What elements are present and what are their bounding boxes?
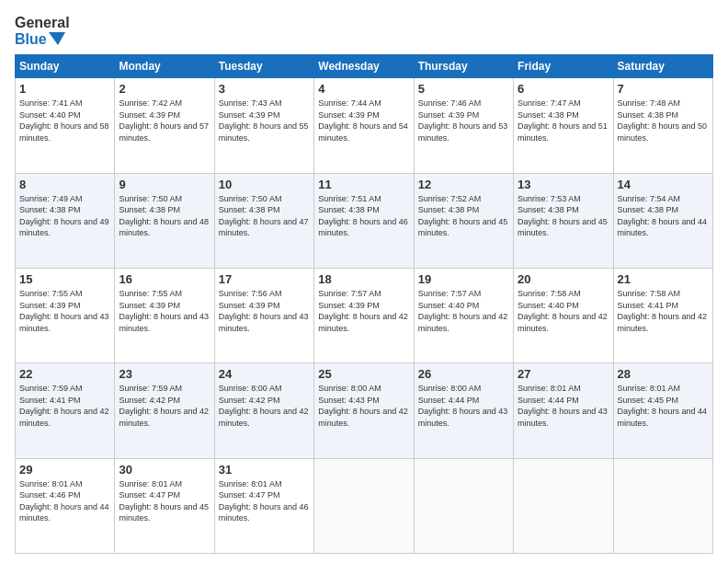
day-number: 21 [618, 272, 709, 286]
calendar-cell: 20Sunrise: 7:58 AMSunset: 4:40 PMDayligh… [514, 268, 613, 362]
day-info: Sunrise: 7:57 AMSunset: 4:39 PMDaylight:… [318, 288, 409, 334]
weekday-header-thursday: Thursday [414, 55, 513, 78]
day-info: Sunrise: 7:42 AMSunset: 4:39 PMDaylight:… [119, 98, 210, 144]
calendar-cell: 2Sunrise: 7:42 AMSunset: 4:39 PMDaylight… [115, 78, 214, 173]
day-number: 24 [219, 367, 310, 381]
calendar-cell [314, 458, 414, 553]
weekday-header-saturday: Saturday [613, 55, 712, 78]
day-number: 17 [219, 272, 310, 286]
calendar-cell: 27Sunrise: 8:01 AMSunset: 4:44 PMDayligh… [514, 363, 613, 458]
day-number: 11 [318, 178, 409, 191]
logo: General Blue [15, 15, 70, 47]
day-info: Sunrise: 7:41 AMSunset: 4:40 PMDaylight:… [19, 98, 110, 144]
day-number: 10 [219, 178, 310, 191]
calendar-cell: 15Sunrise: 7:55 AMSunset: 4:39 PMDayligh… [16, 268, 115, 362]
calendar-cell: 6Sunrise: 7:47 AMSunset: 4:38 PMDaylight… [514, 78, 613, 173]
calendar-week-row: 8Sunrise: 7:49 AMSunset: 4:38 PMDaylight… [16, 173, 713, 268]
day-number: 30 [119, 463, 210, 477]
day-number: 25 [318, 367, 409, 381]
day-number: 1 [19, 82, 110, 96]
calendar-cell: 16Sunrise: 7:55 AMSunset: 4:39 PMDayligh… [115, 268, 214, 362]
weekday-header-row: SundayMondayTuesdayWednesdayThursdayFrid… [16, 55, 713, 78]
calendar-cell: 10Sunrise: 7:50 AMSunset: 4:38 PMDayligh… [214, 173, 313, 268]
calendar-cell: 31Sunrise: 8:01 AMSunset: 4:47 PMDayligh… [214, 458, 313, 553]
calendar-cell [613, 458, 712, 553]
day-info: Sunrise: 7:59 AMSunset: 4:42 PMDaylight:… [119, 383, 210, 429]
day-number: 5 [418, 82, 509, 96]
calendar-cell: 8Sunrise: 7:49 AMSunset: 4:38 PMDaylight… [16, 173, 115, 268]
day-info: Sunrise: 8:00 AMSunset: 4:43 PMDaylight:… [318, 383, 409, 429]
calendar-cell: 3Sunrise: 7:43 AMSunset: 4:39 PMDaylight… [214, 78, 313, 173]
day-number: 28 [618, 367, 709, 381]
logo-text-general: General [15, 15, 70, 31]
day-info: Sunrise: 7:47 AMSunset: 4:38 PMDaylight:… [518, 98, 609, 144]
calendar-cell: 21Sunrise: 7:58 AMSunset: 4:41 PMDayligh… [613, 268, 712, 362]
day-info: Sunrise: 8:00 AMSunset: 4:42 PMDaylight:… [219, 383, 310, 429]
day-info: Sunrise: 7:43 AMSunset: 4:39 PMDaylight:… [219, 98, 310, 144]
calendar-cell [414, 458, 513, 553]
logo-container: General Blue [15, 15, 70, 47]
calendar-week-row: 29Sunrise: 8:01 AMSunset: 4:46 PMDayligh… [16, 458, 713, 553]
calendar-cell: 28Sunrise: 8:01 AMSunset: 4:45 PMDayligh… [613, 363, 712, 458]
day-number: 18 [318, 272, 409, 286]
day-info: Sunrise: 8:01 AMSunset: 4:47 PMDaylight:… [119, 478, 210, 524]
calendar-cell: 30Sunrise: 8:01 AMSunset: 4:47 PMDayligh… [115, 458, 214, 553]
day-number: 15 [19, 272, 110, 286]
day-number: 19 [418, 272, 509, 286]
day-info: Sunrise: 7:49 AMSunset: 4:38 PMDaylight:… [19, 193, 110, 239]
calendar-cell: 17Sunrise: 7:56 AMSunset: 4:39 PMDayligh… [214, 268, 313, 362]
calendar-cell: 26Sunrise: 8:00 AMSunset: 4:44 PMDayligh… [414, 363, 513, 458]
calendar-cell: 18Sunrise: 7:57 AMSunset: 4:39 PMDayligh… [314, 268, 414, 362]
day-info: Sunrise: 7:51 AMSunset: 4:38 PMDaylight:… [318, 193, 409, 239]
calendar-cell: 11Sunrise: 7:51 AMSunset: 4:38 PMDayligh… [314, 173, 414, 268]
svg-marker-0 [49, 32, 65, 45]
calendar-cell: 5Sunrise: 7:46 AMSunset: 4:39 PMDaylight… [414, 78, 513, 173]
calendar-cell: 19Sunrise: 7:57 AMSunset: 4:40 PMDayligh… [414, 268, 513, 362]
day-info: Sunrise: 8:01 AMSunset: 4:45 PMDaylight:… [618, 383, 709, 429]
day-info: Sunrise: 8:00 AMSunset: 4:44 PMDaylight:… [418, 383, 509, 429]
logo-text-blue: Blue [15, 31, 47, 48]
calendar-cell: 7Sunrise: 7:48 AMSunset: 4:38 PMDaylight… [613, 78, 712, 173]
calendar-cell: 22Sunrise: 7:59 AMSunset: 4:41 PMDayligh… [16, 363, 115, 458]
calendar-cell: 23Sunrise: 7:59 AMSunset: 4:42 PMDayligh… [115, 363, 214, 458]
day-number: 20 [518, 272, 609, 286]
day-info: Sunrise: 7:56 AMSunset: 4:39 PMDaylight:… [219, 288, 310, 334]
day-info: Sunrise: 7:58 AMSunset: 4:41 PMDaylight:… [618, 288, 709, 334]
calendar-week-row: 22Sunrise: 7:59 AMSunset: 4:41 PMDayligh… [16, 363, 713, 458]
day-number: 13 [518, 178, 609, 191]
day-info: Sunrise: 7:55 AMSunset: 4:39 PMDaylight:… [19, 288, 110, 334]
day-info: Sunrise: 7:58 AMSunset: 4:40 PMDaylight:… [518, 288, 609, 334]
calendar-cell: 1Sunrise: 7:41 AMSunset: 4:40 PMDaylight… [16, 78, 115, 173]
calendar-cell [514, 458, 613, 553]
day-info: Sunrise: 8:01 AMSunset: 4:46 PMDaylight:… [19, 478, 110, 524]
day-number: 3 [219, 82, 310, 96]
day-info: Sunrise: 7:46 AMSunset: 4:39 PMDaylight:… [418, 98, 509, 144]
weekday-header-monday: Monday [115, 55, 214, 78]
header: General Blue [15, 15, 713, 47]
calendar-cell: 12Sunrise: 7:52 AMSunset: 4:38 PMDayligh… [414, 173, 513, 268]
day-info: Sunrise: 8:01 AMSunset: 4:44 PMDaylight:… [518, 383, 609, 429]
calendar-cell: 13Sunrise: 7:53 AMSunset: 4:38 PMDayligh… [514, 173, 613, 268]
day-number: 8 [19, 178, 110, 191]
day-info: Sunrise: 8:01 AMSunset: 4:47 PMDaylight:… [219, 478, 310, 524]
day-info: Sunrise: 7:54 AMSunset: 4:38 PMDaylight:… [618, 193, 709, 239]
day-info: Sunrise: 7:53 AMSunset: 4:38 PMDaylight:… [518, 193, 609, 239]
calendar-week-row: 15Sunrise: 7:55 AMSunset: 4:39 PMDayligh… [16, 268, 713, 362]
day-info: Sunrise: 7:50 AMSunset: 4:38 PMDaylight:… [119, 193, 210, 239]
day-number: 27 [518, 367, 609, 381]
day-number: 29 [19, 463, 110, 477]
calendar-table: SundayMondayTuesdayWednesdayThursdayFrid… [15, 54, 713, 554]
day-number: 12 [418, 178, 509, 191]
day-info: Sunrise: 7:44 AMSunset: 4:39 PMDaylight:… [318, 98, 409, 144]
day-number: 6 [518, 82, 609, 96]
day-number: 4 [318, 82, 409, 96]
day-number: 22 [19, 367, 110, 381]
calendar-cell: 9Sunrise: 7:50 AMSunset: 4:38 PMDaylight… [115, 173, 214, 268]
weekday-header-wednesday: Wednesday [314, 55, 414, 78]
day-info: Sunrise: 7:52 AMSunset: 4:38 PMDaylight:… [418, 193, 509, 239]
day-number: 31 [219, 463, 310, 477]
day-number: 26 [418, 367, 509, 381]
day-info: Sunrise: 7:50 AMSunset: 4:38 PMDaylight:… [219, 193, 310, 239]
calendar-cell: 4Sunrise: 7:44 AMSunset: 4:39 PMDaylight… [314, 78, 414, 173]
calendar-cell: 29Sunrise: 8:01 AMSunset: 4:46 PMDayligh… [16, 458, 115, 553]
